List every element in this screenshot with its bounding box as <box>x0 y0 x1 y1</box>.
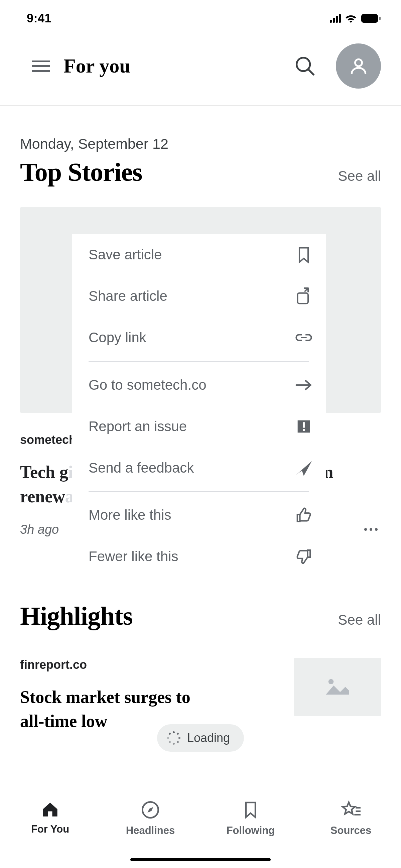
highlight-title: Stock market surges to all-time low <box>20 685 281 734</box>
arrow-right-icon <box>295 376 312 394</box>
top-stories-see-all[interactable]: See all <box>338 168 381 184</box>
svg-rect-1 <box>379 17 381 20</box>
highlight-source: finreport.co <box>20 658 281 672</box>
story-more-button[interactable] <box>361 525 381 534</box>
status-bar: 9:41 <box>0 0 401 33</box>
tab-label: Headlines <box>126 825 175 837</box>
bookmark-icon <box>243 801 258 819</box>
tab-label: Sources <box>331 825 371 837</box>
link-icon <box>295 329 312 346</box>
search-button[interactable] <box>295 56 316 77</box>
tab-sources[interactable]: Sources <box>301 801 401 868</box>
highlight-thumbnail <box>294 658 381 716</box>
person-icon <box>348 56 369 76</box>
svg-rect-0 <box>361 14 378 23</box>
thumb-down-icon <box>295 548 312 565</box>
cellular-icon <box>330 14 341 23</box>
top-stories-header: Top Stories See all <box>20 157 381 187</box>
battery-icon <box>361 14 381 23</box>
compass-icon <box>141 801 160 819</box>
menu-send-feedback[interactable]: Send a feedback <box>72 447 326 489</box>
spinner-icon <box>167 731 181 745</box>
menu-fewer-like-this[interactable]: Fewer like this <box>72 536 326 577</box>
menu-label: Report an issue <box>89 418 187 434</box>
story-title-part1: Tech g <box>20 463 68 482</box>
report-icon <box>295 418 312 435</box>
svg-rect-11 <box>303 429 305 431</box>
thumb-up-icon <box>295 506 312 524</box>
highlight-title-line1: Stock market surges to <box>20 687 190 707</box>
svg-line-3 <box>309 69 314 75</box>
highlights-header: Highlights See all <box>20 601 381 631</box>
svg-point-2 <box>297 58 310 71</box>
app-header: For you <box>0 33 401 105</box>
status-time: 9:41 <box>27 11 52 25</box>
top-stories-title: Top Stories <box>20 157 142 187</box>
svg-point-4 <box>355 59 362 66</box>
menu-report-issue[interactable]: Report an issue <box>72 406 326 447</box>
tab-for-you[interactable]: For You <box>0 801 100 868</box>
loading-indicator: Loading <box>157 724 244 752</box>
menu-save-article[interactable]: Save article <box>72 234 326 275</box>
menu-divider <box>89 491 309 492</box>
menu-label: Save article <box>89 247 162 263</box>
menu-label: More like this <box>89 507 171 523</box>
wifi-icon <box>345 14 357 23</box>
highlight-title-line2: all-time low <box>20 712 107 731</box>
loading-label: Loading <box>187 731 230 745</box>
menu-icon[interactable] <box>32 60 50 73</box>
svg-rect-10 <box>303 422 305 428</box>
send-icon <box>295 459 312 476</box>
home-indicator[interactable] <box>130 858 271 861</box>
star-list-icon <box>341 801 361 819</box>
menu-share-article[interactable]: Share article <box>72 275 326 317</box>
menu-label: Copy link <box>89 330 146 346</box>
tab-label: Following <box>226 825 275 837</box>
profile-button[interactable] <box>336 43 381 89</box>
menu-label: Fewer like this <box>89 549 178 564</box>
status-indicators <box>330 14 381 23</box>
menu-goto-source[interactable]: Go to sometech.co <box>72 364 326 406</box>
svg-point-6 <box>329 679 334 684</box>
highlights-title: Highlights <box>20 601 133 631</box>
highlight-card[interactable]: finreport.co Stock market surges to all-… <box>20 658 381 734</box>
bottom-tab-bar: For You Headlines Following Sources <box>0 791 401 868</box>
bookmark-icon <box>295 246 312 264</box>
menu-more-like-this[interactable]: More like this <box>72 494 326 536</box>
story-timestamp: 3h ago <box>20 522 59 537</box>
menu-copy-link[interactable]: Copy link <box>72 317 326 358</box>
menu-label: Share article <box>89 288 167 304</box>
home-icon <box>40 801 60 818</box>
image-icon <box>321 675 354 699</box>
tab-label: For You <box>31 823 69 835</box>
svg-rect-7 <box>298 293 308 304</box>
menu-divider <box>89 361 309 362</box>
menu-label: Send a feedback <box>89 460 194 476</box>
page-title: For you <box>63 55 281 78</box>
search-icon <box>295 56 316 77</box>
article-context-menu: Save article Share article Copy link Go … <box>72 234 326 577</box>
current-date: Monday, September 12 <box>20 136 381 152</box>
share-icon <box>295 287 312 305</box>
highlights-see-all[interactable]: See all <box>338 612 381 628</box>
menu-label: Go to sometech.co <box>89 377 207 393</box>
